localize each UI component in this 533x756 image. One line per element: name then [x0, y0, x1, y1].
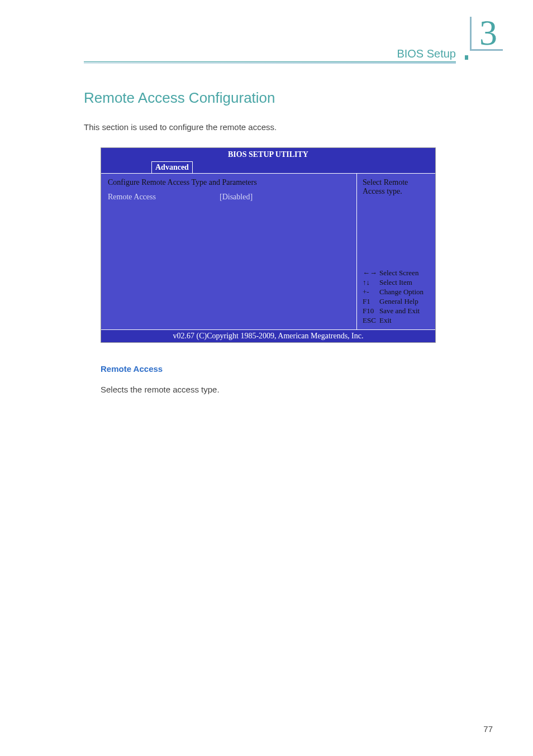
sub-heading: Remote Access — [101, 364, 483, 374]
page-number: 77 — [483, 724, 493, 734]
key-f1: F1 — [363, 297, 379, 306]
key-arrows-ud: ↑↓ — [363, 278, 379, 287]
chapter-label: BIOS Setup — [397, 47, 456, 60]
bios-screenshot: BIOS SETUP UTILITY Advanced Configure Re… — [101, 147, 436, 343]
page-header: BIOS Setup 3 — [84, 0, 499, 67]
key-desc-save-exit: Save and Exit — [379, 307, 430, 315]
bios-body: Configure Remote Access Type and Paramet… — [101, 173, 435, 329]
bios-help-text: Select Remote Access type. — [363, 178, 430, 196]
key-desc-general-help: General Help — [379, 297, 430, 306]
header-divider — [84, 61, 456, 64]
divider-tick — [465, 55, 468, 60]
key-desc-exit: Exit — [379, 316, 430, 325]
bios-tab-advanced: Advanced — [151, 161, 193, 173]
bios-key-legend: ←→Select Screen ↑↓Select Item +-Change O… — [363, 269, 430, 325]
key-esc: ESC — [363, 316, 379, 325]
key-plus-minus: +- — [363, 288, 379, 296]
section-intro: This section is used to configure the re… — [84, 122, 483, 132]
key-desc-select-screen: Select Screen — [379, 269, 430, 277]
content-area: Remote Access Configuration This section… — [84, 89, 483, 394]
bios-setting-row: Remote Access [Disabled] — [108, 193, 350, 202]
bios-setting-label: Remote Access — [108, 193, 220, 202]
key-arrows-lr: ←→ — [363, 269, 379, 277]
chapter-number: 3 — [470, 17, 503, 51]
sub-text: Selects the remote access type. — [101, 385, 483, 394]
key-desc-select-item: Select Item — [379, 278, 430, 287]
bios-left-panel: Configure Remote Access Type and Paramet… — [101, 174, 357, 329]
bios-tabs: Advanced — [101, 161, 435, 173]
key-desc-change-option: Change Option — [379, 288, 430, 296]
bios-footer: v02.67 (C)Copyright 1985-2009, American … — [101, 329, 435, 342]
bios-setting-value: [Disabled] — [220, 193, 253, 202]
section-title: Remote Access Configuration — [84, 89, 483, 107]
bios-subtitle: Configure Remote Access Type and Paramet… — [108, 178, 350, 187]
key-f10: F10 — [363, 307, 379, 315]
bios-right-panel: Select Remote Access type. ←→Select Scre… — [357, 174, 435, 329]
bios-title: BIOS SETUP UTILITY — [101, 148, 435, 161]
